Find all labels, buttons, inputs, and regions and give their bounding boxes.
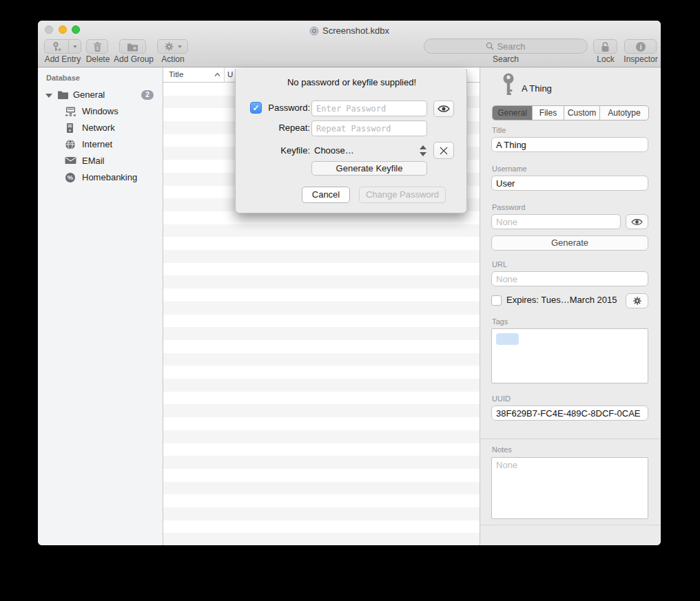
divider bbox=[480, 439, 661, 439]
gear-icon bbox=[164, 41, 174, 52]
group-sidebar: Database General 2 Windows Network bbox=[38, 67, 163, 545]
username-field[interactable] bbox=[491, 176, 648, 191]
dialog-repeat-label: Repeat: bbox=[249, 123, 310, 133]
url-field-label: URL bbox=[492, 260, 507, 268]
dialog-password-input[interactable] bbox=[311, 101, 427, 116]
keyfile-popup[interactable]: Choose… bbox=[314, 145, 354, 156]
tag-token[interactable] bbox=[496, 333, 519, 345]
column-header-title[interactable]: Title bbox=[169, 70, 183, 78]
username-field-label: Username bbox=[492, 165, 527, 173]
divider bbox=[480, 525, 661, 525]
document-proxy-icon bbox=[309, 26, 319, 39]
app-window: Screenshot.kdbx Add Entry Delete Add Gro… bbox=[38, 21, 661, 545]
windows-icon bbox=[65, 106, 76, 120]
change-password-dialog: No password or keyfile supplied! ✓ Passw… bbox=[235, 69, 467, 213]
search-placeholder: Search bbox=[497, 41, 525, 52]
folder-icon bbox=[57, 89, 69, 103]
sidebar-item-general[interactable]: General 2 bbox=[38, 87, 163, 103]
count-badge: 2 bbox=[141, 90, 154, 100]
inspector-label: Inspector bbox=[616, 54, 661, 64]
entry-title: A Thing bbox=[522, 83, 552, 94]
sort-ascending-icon bbox=[214, 72, 220, 77]
url-field[interactable] bbox=[491, 271, 648, 286]
expires-label: Expires: Tues…March 2015 bbox=[506, 295, 617, 305]
sidebar-header: Database bbox=[46, 74, 80, 82]
delete-button[interactable] bbox=[86, 39, 108, 54]
password-field[interactable] bbox=[491, 214, 621, 229]
add-group-button[interactable] bbox=[119, 39, 146, 54]
disclosure-triangle-icon[interactable] bbox=[45, 94, 52, 98]
clear-keyfile-button[interactable] bbox=[433, 142, 454, 159]
notes-field[interactable] bbox=[491, 457, 648, 519]
sidebar-item-windows[interactable]: Windows bbox=[38, 103, 163, 120]
search-icon bbox=[486, 42, 494, 50]
trash-icon bbox=[93, 41, 102, 52]
tags-box[interactable] bbox=[491, 328, 648, 383]
close-x-icon bbox=[440, 147, 448, 155]
server-icon bbox=[65, 123, 75, 136]
info-icon: i bbox=[635, 41, 646, 52]
gear-icon bbox=[632, 296, 642, 306]
column-divider[interactable] bbox=[224, 67, 225, 83]
expires-checkbox[interactable] bbox=[491, 295, 502, 306]
tab-custom[interactable]: Custom bbox=[564, 106, 600, 120]
generate-keyfile-button[interactable]: Generate Keyfile bbox=[311, 161, 427, 176]
dialog-message: No password or keyfile supplied! bbox=[236, 77, 468, 87]
tab-autotype[interactable]: Autotype bbox=[600, 106, 648, 120]
svg-text:%: % bbox=[68, 173, 74, 181]
key-plus-icon bbox=[45, 40, 68, 53]
inspector-tabs: General Files Custom Autotype bbox=[492, 105, 649, 120]
title-field-label: Title bbox=[492, 126, 506, 134]
sidebar-item-email[interactable]: EMail bbox=[38, 153, 163, 169]
sidebar-item-homebanking[interactable]: % Homebanking bbox=[38, 169, 163, 186]
eye-icon bbox=[438, 105, 450, 113]
action-label: Action bbox=[156, 54, 189, 64]
window-title-area: Screenshot.kdbx bbox=[38, 24, 661, 39]
sidebar-item-internet[interactable]: Internet bbox=[38, 136, 163, 153]
lock-button[interactable] bbox=[593, 39, 617, 54]
chevron-down-icon bbox=[178, 45, 182, 48]
uuid-field[interactable] bbox=[491, 405, 648, 421]
reveal-password-button[interactable] bbox=[626, 214, 648, 229]
expires-settings-button[interactable] bbox=[626, 293, 648, 308]
folder-plus-icon bbox=[127, 42, 138, 52]
password-field-label: Password bbox=[492, 203, 525, 211]
tab-files[interactable]: Files bbox=[533, 106, 564, 120]
inspector-button[interactable]: i bbox=[624, 39, 657, 54]
percent-icon: % bbox=[65, 172, 76, 186]
tags-field-label: Tags bbox=[492, 317, 508, 326]
search-label: Search bbox=[424, 54, 588, 64]
dialog-reveal-password-button[interactable] bbox=[433, 101, 454, 117]
tab-general[interactable]: General bbox=[493, 106, 533, 120]
envelope-icon bbox=[65, 156, 76, 168]
chevron-down-icon bbox=[73, 45, 77, 48]
inspector-panel: A Thing General Files Custom Autotype Ti… bbox=[480, 67, 661, 545]
titlebar-toolbar: Screenshot.kdbx Add Entry Delete Add Gro… bbox=[38, 21, 661, 67]
add-entry-button[interactable] bbox=[44, 39, 81, 54]
dialog-password-label: Password: bbox=[249, 103, 310, 113]
notes-field-label: Notes bbox=[492, 445, 512, 454]
column-header-username[interactable]: U bbox=[227, 70, 233, 78]
generate-password-button[interactable]: Generate bbox=[491, 235, 648, 251]
dialog-repeat-input[interactable] bbox=[311, 120, 427, 136]
add-entry-dropdown[interactable] bbox=[69, 40, 81, 53]
add-entry-label: Add Entry bbox=[39, 54, 86, 64]
add-group-label: Add Group bbox=[112, 54, 155, 64]
change-password-button[interactable]: Change Password bbox=[359, 187, 446, 203]
lock-open-icon bbox=[600, 41, 610, 52]
key-icon bbox=[501, 73, 516, 101]
dialog-keyfile-label: Keyfile: bbox=[249, 145, 310, 156]
eye-icon bbox=[631, 218, 643, 226]
popup-stepper-icon[interactable] bbox=[420, 145, 426, 158]
cancel-button[interactable]: Cancel bbox=[302, 187, 350, 203]
title-field[interactable] bbox=[491, 137, 648, 152]
delete-label: Delete bbox=[83, 54, 112, 64]
svg-text:i: i bbox=[639, 43, 641, 51]
search-input[interactable]: Search bbox=[424, 39, 588, 54]
action-button[interactable] bbox=[157, 39, 188, 54]
uuid-field-label: UUID bbox=[492, 394, 511, 403]
window-title: Screenshot.kdbx bbox=[322, 25, 389, 36]
globe-icon bbox=[65, 139, 76, 153]
sidebar-item-network[interactable]: Network bbox=[38, 120, 163, 136]
